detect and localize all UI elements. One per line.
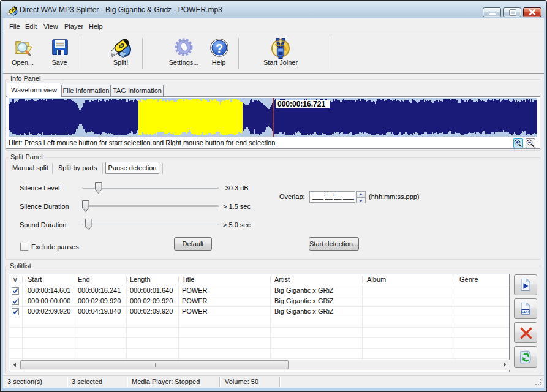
svg-text:EDiT: EDiT: [521, 310, 530, 314]
svg-text:?: ?: [216, 42, 223, 55]
